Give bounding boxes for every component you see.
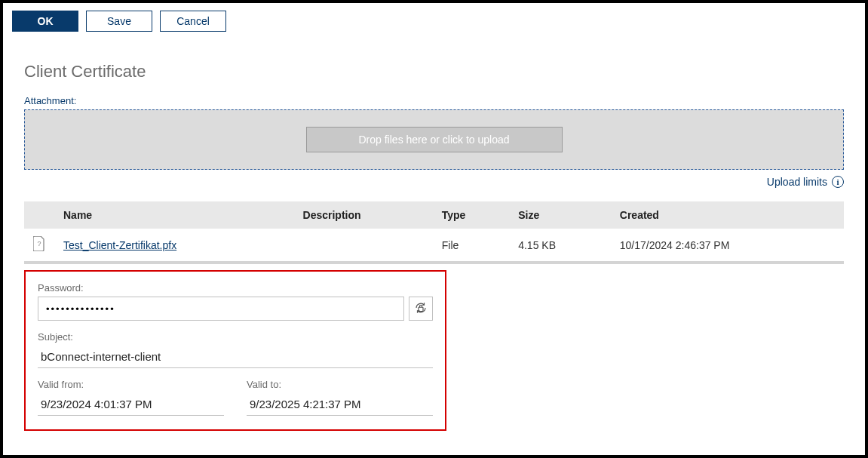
cell-created: 10/17/2024 2:46:37 PM bbox=[611, 229, 844, 263]
col-type[interactable]: Type bbox=[433, 201, 509, 229]
cancel-button[interactable]: Cancel bbox=[160, 11, 226, 32]
password-input[interactable] bbox=[38, 297, 404, 321]
info-icon[interactable]: i bbox=[832, 176, 844, 188]
subject-value: bConnect-internet-client bbox=[38, 346, 433, 368]
cell-size: 4.15 KB bbox=[509, 229, 611, 263]
valid-from-label: Valid from: bbox=[38, 379, 224, 390]
table-header-row: Name Description Type Size Created bbox=[24, 201, 844, 229]
svg-text:?: ? bbox=[37, 240, 41, 247]
section-title: Client Certificate bbox=[24, 62, 844, 81]
col-size[interactable]: Size bbox=[509, 201, 611, 229]
app-frame: OK Save Cancel Client Certificate Attach… bbox=[0, 0, 868, 458]
table-row[interactable]: ? Test_Client-Zertifikat.pfx File 4.15 K… bbox=[24, 229, 844, 263]
cell-type: File bbox=[433, 229, 509, 263]
valid-to-value: 9/23/2025 4:21:37 PM bbox=[247, 393, 433, 416]
attachment-label: Attachment: bbox=[24, 95, 844, 106]
valid-to-label: Valid to: bbox=[247, 379, 433, 390]
attachments-table: Name Description Type Size Created ? bbox=[24, 201, 844, 264]
subject-label: Subject: bbox=[38, 331, 433, 343]
file-name-link[interactable]: Test_Client-Zertifikat.pfx bbox=[63, 239, 176, 251]
toolbar: OK Save Cancel bbox=[3, 3, 865, 38]
cell-description bbox=[294, 229, 433, 263]
col-created[interactable]: Created bbox=[611, 201, 844, 229]
valid-from-value: 9/23/2024 4:01:37 PM bbox=[38, 393, 224, 416]
lock-refresh-icon bbox=[414, 301, 428, 317]
password-label: Password: bbox=[38, 282, 433, 294]
upload-button[interactable]: Drop files here or click to upload bbox=[306, 127, 563, 152]
reveal-password-button[interactable] bbox=[409, 297, 433, 321]
file-icon: ? bbox=[33, 236, 45, 251]
certificate-details-panel: Password: Subj bbox=[24, 270, 446, 431]
upload-limits-link[interactable]: Upload limits bbox=[767, 176, 827, 188]
ok-button[interactable]: OK bbox=[12, 11, 78, 32]
attachment-dropzone[interactable]: Drop files here or click to upload bbox=[24, 109, 844, 170]
content-area: Client Certificate Attachment: Drop file… bbox=[3, 38, 865, 446]
col-description[interactable]: Description bbox=[294, 201, 433, 229]
save-button[interactable]: Save bbox=[86, 11, 152, 32]
col-name[interactable]: Name bbox=[54, 201, 294, 229]
